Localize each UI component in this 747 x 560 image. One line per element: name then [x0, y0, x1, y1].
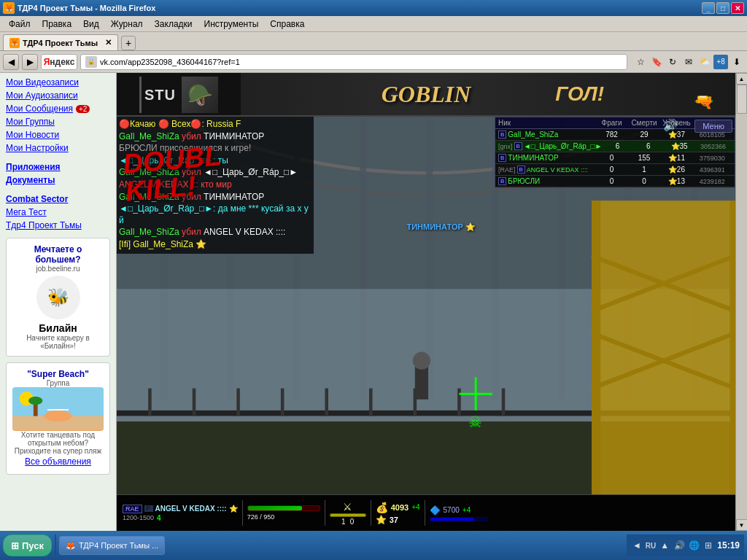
- systray-network-icon[interactable]: 🌐: [688, 540, 700, 551]
- score-name-1: [gnx] В ◄□_Царь_Ør_Ráp_□►: [498, 142, 602, 150]
- enemy-star-icon: ⭐: [465, 222, 476, 231]
- sidebar-apps[interactable]: Приложения: [0, 160, 116, 174]
- svg-rect-6: [47, 409, 69, 411]
- sidebar-ad-beach: "Super Beach" Группа Хотите танцевать по…: [6, 362, 110, 475]
- score-row-3: [RAE] В ANGEL V KEDAX :::: 0 1 ⭐26 43963…: [495, 164, 735, 176]
- sidebar-docs[interactable]: Документы: [0, 174, 116, 187]
- menu-help[interactable]: Справка: [264, 18, 310, 31]
- character-figure: 🪖: [182, 77, 218, 113]
- hud-divider-1: [242, 500, 243, 526]
- hud-divider-4: [425, 500, 425, 526]
- menu-tools[interactable]: Инструменты: [198, 18, 265, 31]
- scroll-track[interactable]: [736, 85, 747, 519]
- window-title: ТДР4 Проект Тьмы - Mozilla Firefox: [18, 4, 155, 12]
- sidebar-my-groups[interactable]: Мои Группы: [0, 115, 116, 128]
- hud-kills: 4: [157, 514, 161, 522]
- menu-view[interactable]: Вид: [77, 18, 105, 31]
- score-id-3: 4396391: [693, 166, 732, 174]
- beeline-name: Билайн: [12, 322, 104, 334]
- menu-file[interactable]: Файл: [3, 18, 36, 31]
- scroll-up-button[interactable]: ▲: [736, 73, 748, 85]
- systray-up-icon[interactable]: ▲: [659, 540, 670, 551]
- hud-level: 37: [390, 516, 398, 524]
- yandex-logo[interactable]: Яндекс: [41, 54, 77, 70]
- hud-ammo-fill: [330, 514, 365, 516]
- score-name-2: В ТИНМИНАТОР: [498, 154, 595, 162]
- sidebar-combat-sector[interactable]: Combat Sector: [0, 192, 116, 206]
- systray-lang[interactable]: RU: [646, 542, 656, 550]
- minimize-button[interactable]: _: [702, 2, 715, 14]
- level-val-1: 35: [680, 142, 688, 150]
- svg-point-5: [28, 397, 42, 405]
- mail-icon[interactable]: ✉: [681, 55, 696, 69]
- team-badge-3: В: [517, 166, 525, 174]
- score-frags-3: 0: [595, 166, 627, 174]
- reload-icon[interactable]: ↻: [665, 55, 680, 69]
- start-button[interactable]: ⊞ Пуск: [3, 534, 52, 556]
- score-deaths-3: 1: [628, 166, 660, 174]
- systray-windows-icon[interactable]: ⊞: [703, 540, 714, 551]
- sidebar-tdp4[interactable]: Тдр4 Проект Тьмы: [0, 219, 116, 232]
- close-button[interactable]: ✕: [731, 2, 744, 14]
- game-menu-button[interactable]: Меню: [694, 120, 732, 133]
- score-row-2: В ТИНМИНАТОР 0 155 ⭐11 3759030: [495, 152, 735, 164]
- sidebar-my-news[interactable]: Мои Новости: [0, 128, 116, 141]
- score-tag-1: [gnx]: [498, 143, 513, 150]
- chat-line-0: 🔴Качаю 🔴 Всех🔴: Russia F: [119, 119, 311, 131]
- game-speaker-icon[interactable]: 🔊: [663, 118, 678, 132]
- level-val-3: 26: [677, 166, 685, 174]
- sidebar-my-audio[interactable]: Мои Аудиозаписи: [0, 89, 116, 102]
- sidebar-mega-test[interactable]: Мега Тест: [0, 206, 116, 219]
- new-tab-button[interactable]: +: [121, 36, 136, 50]
- hud-xp-section: 🔷 5700 +4: [430, 505, 488, 521]
- menu-edit[interactable]: Правка: [36, 18, 78, 31]
- address-input[interactable]: 🔒 vk.com/app2352098_436044167?ref=1: [80, 54, 627, 70]
- chat-text-9: [Ifi] Gall_Me_ShiZa ⭐: [119, 239, 206, 249]
- back-button[interactable]: ◀: [3, 54, 19, 70]
- forward-button[interactable]: ▶: [22, 54, 38, 70]
- title-bar-buttons[interactable]: _ □ ✕: [702, 2, 744, 14]
- hud-xp: 5700: [444, 506, 460, 514]
- chat-victim-1: ТИНМИНАТОР: [204, 131, 264, 141]
- hud-player-section: RAE 🏳 ANGEL V KEDAX :::: ⭐ 1200-1500 4: [123, 505, 238, 522]
- all-ads-link[interactable]: Все объявления: [12, 455, 104, 468]
- score-frags-2: 0: [595, 154, 627, 162]
- hud-stats-section: 💰 4093 +4 ⭐ 37: [376, 502, 420, 525]
- bookmark-icon[interactable]: 🔖: [649, 55, 664, 69]
- sidebar-my-settings[interactable]: Мои Настройки: [0, 141, 116, 155]
- score-name-0: В Gall_Me_ShiZa: [498, 131, 595, 139]
- beeline-ad-sub[interactable]: job.beeline.ru: [12, 265, 104, 273]
- scroll-thumb[interactable]: [737, 85, 747, 114]
- weather-icon[interactable]: ⛅: [697, 55, 712, 69]
- main-scrollbar[interactable]: ▲ ▼: [735, 73, 747, 531]
- systray-expand-icon[interactable]: ◄: [631, 540, 643, 551]
- sidebar-my-videos[interactable]: Мои Видеозаписи: [0, 76, 116, 89]
- menu-bar: Файл Правка Вид Журнал Закладки Инструме…: [0, 16, 747, 32]
- hud-clan-icon: 🏳: [144, 505, 153, 512]
- tab-favicon: 🦊: [9, 38, 20, 48]
- bookmark-star-icon[interactable]: ☆: [633, 55, 648, 69]
- taskbar-firefox-btn[interactable]: 🦊 ТДР4 Проект Тьмы ...: [59, 536, 165, 555]
- scroll-down-button[interactable]: ▼: [736, 519, 748, 531]
- hud-range-row: 1200-1500 4: [123, 514, 238, 522]
- chat-player-8: Gall_Me_ShiZa: [119, 227, 179, 237]
- hud-level-star: ⭐: [376, 515, 387, 525]
- enemy-name: ТИНМИНАТОР: [406, 222, 462, 231]
- hud-coins: 4093: [391, 503, 409, 512]
- tab-bar: 🦊 ТДР4 Проект Тьмы ✕ +: [0, 32, 747, 51]
- score-frags-1: 6: [602, 142, 632, 150]
- site-favicon: 🔒: [85, 56, 97, 68]
- tab-close-icon[interactable]: ✕: [105, 38, 112, 47]
- menu-journal[interactable]: Журнал: [105, 18, 149, 31]
- menu-bookmarks[interactable]: Закладки: [149, 18, 198, 31]
- hud-divider-2: [325, 500, 325, 526]
- gol-text: ГОЛ!: [555, 82, 604, 106]
- score-deaths-4: 0: [628, 177, 660, 185]
- tab-0[interactable]: 🦊 ТДР4 Проект Тьмы ✕: [3, 34, 118, 50]
- maximize-button[interactable]: □: [716, 2, 729, 14]
- systray-volume-icon[interactable]: 🔊: [673, 540, 685, 551]
- team-badge-4: В: [498, 177, 506, 185]
- score-deaths-1: 6: [633, 142, 664, 150]
- sidebar-my-messages[interactable]: Мои Сообщения: [6, 104, 73, 114]
- download-icon[interactable]: ⬇: [729, 55, 744, 69]
